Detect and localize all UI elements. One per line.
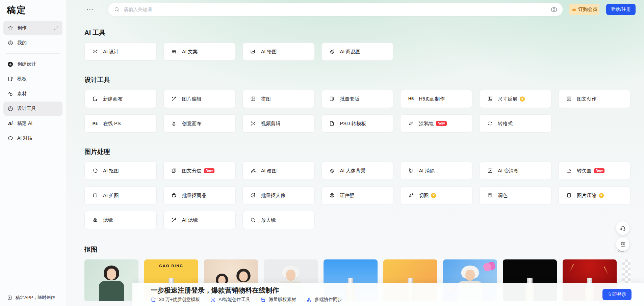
vip-badge: ♛ [431,193,436,198]
person-graphic [97,266,126,301]
camera-search-icon[interactable] [550,6,558,13]
section-title: 图片处理 [84,147,630,156]
tool-card[interactable]: 图片编辑 [163,90,236,108]
promo-heading: 一步极速注册登录，爆款营销物料在线制作 [151,286,644,295]
tool-card[interactable]: 视频剪辑 [242,114,315,133]
tool-card[interactable]: AI 文案 [163,43,236,61]
tool-card[interactable]: 图文创作 [558,90,630,108]
content: AI 工具AI 设计AI 文案AI 绘图AI 商品图设计工具新建画布图片编辑拼图… [66,0,644,306]
tool-card[interactable]: AI 绘图 [242,43,315,61]
tool-card[interactable]: 图文分层New [163,162,236,180]
tool-card[interactable]: Ps在线 PS [84,114,157,133]
tool-card[interactable]: 切图♛ [400,186,472,204]
tool-card[interactable]: 图片压缩♛ [558,186,630,204]
tool-card[interactable]: SVG转矢量New [558,162,630,180]
tool-card-label: 批量套版 [340,96,360,102]
sidebar-item-design-tools[interactable]: 设计工具 [3,102,62,116]
tool-card[interactable]: AI 改图 [242,162,315,180]
float-support-button[interactable] [616,221,629,235]
search-bar [108,3,563,16]
home-icon [7,25,14,31]
portrait-bg-icon [329,167,336,174]
tool-card-label: AI 改图 [261,168,277,174]
more-menu-icon[interactable]: ⋯ [86,5,94,13]
vip-badge: ♛ [599,193,604,198]
download-app-icon [7,295,12,301]
app-download-link[interactable]: 稿定APP，随时创作 [7,295,55,301]
tool-card[interactable]: AI 扩图 [84,186,157,204]
vip-badge: ♛ [520,96,525,102]
id-photo-icon [329,192,336,199]
section-title: 抠图 [84,245,630,254]
tool-card[interactable]: AI 人像背景 [321,162,394,180]
tool-card[interactable]: AI 消除 [400,162,472,180]
tool-card[interactable]: AI 商品图 [321,43,394,61]
subscribe-member-button[interactable]: 订购会员 [569,4,599,15]
tool-card[interactable]: AI 设计 [84,43,157,61]
person-face [286,270,295,281]
subscribe-label: 订购会员 [578,6,597,12]
sidebar-item-templates[interactable]: 模板 [3,72,62,86]
sidebar-item-label: AI 对话 [17,135,32,141]
tool-card[interactable]: PSD 转模板 [321,114,394,133]
tool-card[interactable]: 放大镜 [242,211,315,229]
person-face [107,269,116,280]
template-icon [7,76,14,82]
tool-card[interactable]: AI 变清晰 [479,162,551,180]
tool-card-label: AI 消除 [419,168,435,174]
login-register-button[interactable]: 登录/注册 [606,4,636,15]
new-canvas-icon [92,95,99,103]
tool-card[interactable]: 转格式 [479,114,551,133]
sidebar-divider [6,53,60,54]
ai-enhance-icon [486,167,493,174]
edit-icon[interactable] [53,25,59,31]
tool-card[interactable]: 批量抠商品 [163,186,236,204]
search-input[interactable] [123,6,550,12]
doc-create-icon [565,95,572,103]
tool-card[interactable]: 证件照 [321,186,394,204]
sidebar-item-mine[interactable]: 我的 [3,36,62,50]
tool-card-label: AI 滤镜 [182,217,198,223]
search-icon [114,6,120,12]
collage-icon [250,95,257,103]
sidebar-item-create[interactable]: 创作 [3,21,62,35]
psd-file-icon [329,120,336,127]
tool-card-label: 在线 PS [103,120,121,127]
tool-card-label: 转格式 [498,120,513,127]
sidebar-item-new-design[interactable]: 创建设计 [3,57,62,71]
tool-card-label: 转矢量 [577,168,592,174]
sidebar-item-assets[interactable]: 素材 [3,87,62,101]
login-now-button[interactable]: 立即登录 [602,289,632,300]
promo-feature: 海量版权素材 [260,297,296,303]
tool-card[interactable]: 尺寸延展♛ [479,90,551,108]
cutout-thumb-portrait-teal[interactable] [84,259,138,301]
tool-card[interactable]: AI 滤镜 [163,211,236,229]
plus-circle-icon [7,61,14,67]
float-apps-button[interactable] [616,238,629,251]
svg-text:SVG: SVG [567,171,571,173]
tool-card-label: 滤镜 [103,217,113,223]
login-now-label: 立即登录 [608,291,626,298]
tool-sections: AI 工具AI 设计AI 文案AI 绘图AI 商品图设计工具新建画布图片编辑拼图… [84,28,630,229]
tool-card[interactable]: 涂鸦笔New [400,114,472,133]
ai-expand-icon [92,192,99,199]
sidebar-item-ai-chat[interactable]: AI 对话 [3,131,62,145]
tool-card[interactable]: H5H5页面制作 [400,90,472,108]
tool-card-label: 证件照 [340,192,355,199]
tool-card[interactable]: 调色 [479,186,551,204]
card-grid: 新建画布图片编辑拼图批量套版H5H5页面制作尺寸延展♛图文创作Ps在线 PS创意… [84,90,630,133]
sidebar-item-label: 创建设计 [17,61,36,67]
ai-copywriting-icon [171,48,178,55]
photo-edit-icon [171,95,178,103]
thumb-brand-text: GAO DING [144,264,198,268]
compress-icon [565,192,572,199]
tool-card[interactable]: 批量套版 [321,90,394,108]
tool-card[interactable]: 创意画布 [163,114,236,133]
tool-card[interactable]: AI 抠图 [84,162,157,180]
color-adjust-icon [486,192,493,199]
tool-card[interactable]: 拼图 [242,90,315,108]
sidebar-item-gaoding-ai[interactable]: Ai稿定 AI [3,116,62,131]
tool-card[interactable]: 批量抠人像 [242,186,315,204]
tool-card[interactable]: 新建画布 [84,90,157,108]
tool-card[interactable]: 滤镜 [84,211,157,229]
